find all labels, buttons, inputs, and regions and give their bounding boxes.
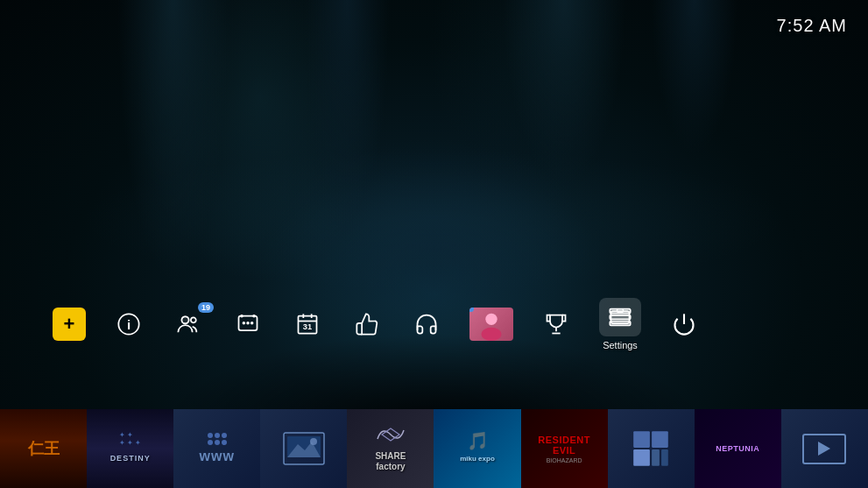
gamecard-icon <box>469 308 513 341</box>
sidebar-item-power[interactable] <box>667 308 701 341</box>
svg-point-7 <box>246 322 250 325</box>
tile-resident-evil[interactable]: RESIDENTEVIL BIOHAZARD <box>521 409 608 488</box>
svg-text:31: 31 <box>303 322 312 331</box>
svg-rect-32 <box>633 449 650 466</box>
nioh-art <box>0 409 87 488</box>
sidebar-item-feedback[interactable] <box>350 308 384 341</box>
svg-point-4 <box>181 316 188 323</box>
tile-grid-app[interactable] <box>608 409 695 488</box>
share-factory-art: SHAREfactory <box>347 409 434 488</box>
neptunia-art: NEPTUNIA <box>695 409 781 488</box>
sidebar-item-headset[interactable] <box>410 308 443 341</box>
re-art: RESIDENTEVIL BIOHAZARD <box>521 409 608 488</box>
settings-label: Settings <box>603 340 638 350</box>
clock: 7:52 AM <box>777 16 847 36</box>
svg-rect-33 <box>652 449 660 466</box>
destiny-art: DESTINY <box>87 409 173 488</box>
sidebar-item-calendar[interactable]: 31 <box>291 308 324 341</box>
trophy-icon <box>540 308 573 341</box>
tile-neptunia[interactable]: NEPTUNIA <box>695 409 781 488</box>
share-factory-label: SHAREfactory <box>371 448 409 476</box>
svg-point-17 <box>482 328 502 341</box>
top-navigation-bar: + i 19 <box>0 298 868 350</box>
svg-rect-31 <box>652 431 668 448</box>
miku-art: 🎵 miku expo <box>434 409 520 488</box>
svg-point-10 <box>252 315 256 318</box>
gallery-art <box>260 409 347 488</box>
svg-rect-34 <box>661 449 668 466</box>
miku-label: miku expo <box>456 451 498 467</box>
tile-gallery[interactable] <box>260 409 347 488</box>
tile-destiny[interactable]: DESTINY <box>87 409 173 488</box>
friends-icon: 19 <box>172 308 205 341</box>
svg-point-6 <box>243 322 246 325</box>
sidebar-item-psplus[interactable]: + <box>53 308 86 341</box>
media-player-icon <box>802 434 846 464</box>
settings-icon <box>599 298 641 336</box>
psplus-icon: + <box>53 308 86 341</box>
svg-rect-30 <box>633 431 650 448</box>
tile-media-player[interactable] <box>781 409 868 488</box>
messages-icon <box>231 308 265 341</box>
media-art <box>781 409 868 488</box>
sidebar-item-friends[interactable]: 19 <box>172 308 205 341</box>
sidebar-item-gamecard[interactable] <box>469 308 513 341</box>
svg-point-28 <box>310 438 317 445</box>
sidebar-item-messages[interactable] <box>231 308 265 341</box>
sidebar-item-trophy[interactable] <box>540 308 573 341</box>
svg-point-3 <box>191 317 196 322</box>
headset-icon <box>410 308 443 341</box>
calendar-icon: 31 <box>291 308 324 341</box>
tile-nioh[interactable] <box>0 409 87 488</box>
sidebar-item-settings[interactable]: Settings <box>599 298 641 350</box>
www-art: www <box>173 409 260 488</box>
grid-art <box>608 409 695 488</box>
tile-www[interactable]: www <box>173 409 260 488</box>
svg-point-9 <box>240 315 243 318</box>
tile-miku-expo[interactable]: 🎵 miku expo <box>434 409 520 488</box>
sidebar-item-whatisnew[interactable]: i <box>112 308 145 341</box>
www-label: www <box>200 449 235 464</box>
friends-notification-badge: 19 <box>198 302 214 313</box>
svg-text:i: i <box>127 317 131 332</box>
info-icon: i <box>112 308 145 341</box>
tile-share-factory[interactable]: SHAREfactory <box>347 409 434 488</box>
power-icon <box>667 308 701 341</box>
games-bar: DESTINY www <box>0 409 868 488</box>
destiny-label: DESTINY <box>107 450 154 467</box>
svg-point-8 <box>251 322 254 325</box>
thumbs-icon <box>350 308 384 341</box>
